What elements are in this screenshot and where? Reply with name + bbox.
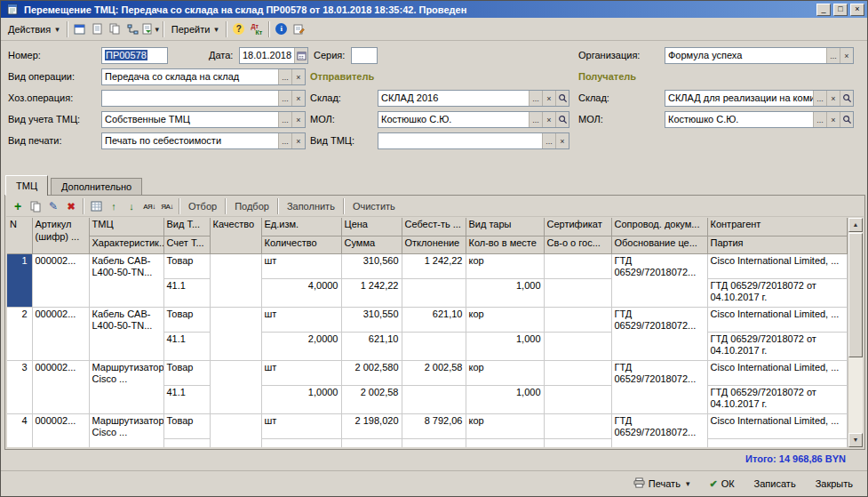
save-button[interactable]: Записать xyxy=(754,478,796,489)
cell-sebest[interactable]: 8 792,06 xyxy=(402,413,466,438)
reread-icon[interactable] xyxy=(89,20,107,38)
date-input[interactable]: 18.01.2018 xyxy=(239,47,308,64)
cell-svo[interactable] xyxy=(544,332,611,360)
delete-row-icon[interactable]: ✖ xyxy=(62,197,80,215)
cell-price[interactable]: 310,560 xyxy=(341,253,402,278)
add-row-icon[interactable]: + xyxy=(9,197,27,215)
cell-tmc[interactable]: Маршрутизатор Cisco ... xyxy=(89,413,163,447)
cell-schet[interactable] xyxy=(163,438,210,447)
clear-icon[interactable]: × xyxy=(542,112,555,127)
tab-tmc[interactable]: ТМЦ xyxy=(5,175,48,196)
vertical-scrollbar[interactable]: ▲ ▼ xyxy=(848,218,863,447)
cell-partia[interactable]: ГТД 06529/72018072 от 04.10.2017 г. xyxy=(707,332,848,360)
cell-otkl[interactable] xyxy=(402,385,466,413)
clear-icon[interactable]: × xyxy=(291,133,305,148)
sender-tmc-kind-input[interactable]: ...× xyxy=(378,132,569,149)
edit-row-icon[interactable]: ✎ xyxy=(44,197,62,215)
move-down-icon[interactable]: ↓ xyxy=(123,197,140,215)
col-header-kachestvo[interactable]: Качество xyxy=(210,218,261,253)
number-input[interactable]: ПР00578 xyxy=(101,47,168,64)
cell-kachestvo[interactable] xyxy=(210,413,261,447)
cell-contragent[interactable]: Cisco International Limited, ... xyxy=(707,413,848,438)
cell-svo[interactable] xyxy=(544,385,611,413)
grid-settings-icon[interactable] xyxy=(87,197,105,215)
cell-svo[interactable] xyxy=(544,438,611,447)
cell-price[interactable]: 2 198,020 xyxy=(341,413,402,438)
cell-tara[interactable]: кор xyxy=(466,307,544,332)
cell-tara[interactable]: кор xyxy=(466,360,544,385)
goto-menu-button[interactable]: Перейти xyxy=(167,20,223,39)
cell-partia[interactable] xyxy=(707,438,848,447)
based-on-icon[interactable] xyxy=(142,20,160,38)
cell-schet[interactable]: 41.1 xyxy=(163,278,210,307)
sort-asc-icon[interactable]: АЯ↓ xyxy=(140,197,158,215)
cell-otkl[interactable] xyxy=(402,332,466,360)
clear-icon[interactable]: × xyxy=(542,91,555,106)
col-header-har[interactable]: Характеристик... xyxy=(89,236,163,253)
clear-icon[interactable]: × xyxy=(840,48,853,63)
cell-contragent[interactable]: Cisco International Limited, ... xyxy=(707,360,848,385)
pick-button[interactable]: Подбор xyxy=(229,201,275,212)
scrollbar-thumb[interactable] xyxy=(848,233,863,357)
sender-mol-input[interactable]: Костюшко С.Ю....× xyxy=(378,111,569,128)
scroll-down-icon[interactable]: ▼ xyxy=(848,433,863,447)
col-header-ed[interactable]: Ед.изм. xyxy=(261,218,341,236)
tmc-accounting-input[interactable]: Собственные ТМЦ...× xyxy=(101,111,306,128)
col-header-tara[interactable]: Вид тары xyxy=(466,218,544,236)
cell-kachestvo[interactable] xyxy=(210,360,261,413)
cell-doc[interactable]: ГТД 06529/72018072... xyxy=(611,253,707,307)
choose-icon[interactable]: ... xyxy=(529,112,542,127)
choose-icon[interactable]: ... xyxy=(813,112,826,127)
magnifier-icon[interactable] xyxy=(555,112,569,127)
choose-icon[interactable]: ... xyxy=(278,112,291,127)
cell-ed[interactable]: шт xyxy=(261,360,341,385)
clear-icon[interactable]: × xyxy=(291,112,305,127)
sort-desc-icon[interactable]: ЯА↓ xyxy=(158,197,176,215)
clear-icon[interactable]: × xyxy=(826,91,840,106)
cell-qty[interactable]: 4,0000 xyxy=(261,278,341,307)
choose-icon[interactable]: ... xyxy=(826,48,840,63)
cell-vid[interactable]: Товар xyxy=(163,360,210,385)
cell-summa[interactable] xyxy=(341,438,402,447)
cell-cert[interactable] xyxy=(544,413,611,438)
col-header-qty[interactable]: Количество xyxy=(261,236,341,253)
cell-qty[interactable]: 2,0000 xyxy=(261,332,341,360)
choose-icon[interactable]: ... xyxy=(529,91,542,106)
col-header-svo[interactable]: Св-о о гос... xyxy=(544,236,611,253)
cell-ed[interactable]: шт xyxy=(261,307,341,332)
cell-ed[interactable]: шт xyxy=(261,253,341,278)
cell-mest[interactable]: 1,000 xyxy=(466,332,544,360)
cell-doc[interactable]: ГТД 06529/72018072... xyxy=(611,307,707,360)
cell-tmc[interactable]: Кабель CAB-L400-50-TN... xyxy=(89,307,163,360)
choose-icon[interactable]: ... xyxy=(278,91,291,106)
close-button[interactable]: Закрыть xyxy=(816,478,853,489)
choose-icon[interactable]: ... xyxy=(813,91,826,106)
cell-artikul[interactable]: 000002... xyxy=(32,413,89,447)
table-row[interactable]: 1 000002... Кабель CAB-L400-50-TN... Тов… xyxy=(7,253,848,278)
actions-menu-button[interactable]: Действия xyxy=(4,20,64,39)
cell-summa[interactable]: 1 242,22 xyxy=(341,278,402,307)
cell-summa[interactable]: 2 002,58 xyxy=(341,385,402,413)
fill-button[interactable]: Заполнить xyxy=(282,201,340,212)
choose-icon[interactable]: ... xyxy=(278,69,291,84)
cell-qty[interactable]: 1,0000 xyxy=(261,385,341,413)
cell-doc[interactable]: ГТД 06529/72018072... xyxy=(611,413,707,447)
cell-n[interactable]: 3 xyxy=(7,360,32,413)
col-header-sebest[interactable]: Себест-ть ... xyxy=(402,218,466,236)
print-button[interactable]: Печать xyxy=(633,477,690,490)
post-document-icon[interactable] xyxy=(71,20,89,38)
print-kind-input[interactable]: Печать по себестоимости...× xyxy=(101,132,306,149)
cell-schet[interactable]: 41.1 xyxy=(163,332,210,360)
cell-artikul[interactable]: 000002... xyxy=(32,253,89,307)
cell-tmc[interactable]: Кабель CAB-L400-50-TN... xyxy=(89,253,163,307)
cell-tara[interactable]: кор xyxy=(466,253,544,278)
col-header-n[interactable]: N xyxy=(7,218,32,253)
receiver-warehouse-input[interactable]: СКЛАД для реализации на коми...× xyxy=(665,90,854,107)
cell-artikul[interactable]: 000002... xyxy=(32,360,89,413)
tab-additional[interactable]: Дополнительно xyxy=(51,178,142,196)
cell-mest[interactable]: 1,000 xyxy=(466,385,544,413)
cell-cert[interactable] xyxy=(544,307,611,332)
cell-vid[interactable]: Товар xyxy=(163,413,210,438)
cell-tara[interactable]: кор xyxy=(466,413,544,438)
table-row[interactable]: 4 000002... Маршрутизатор Cisco ... Това… xyxy=(7,413,848,438)
